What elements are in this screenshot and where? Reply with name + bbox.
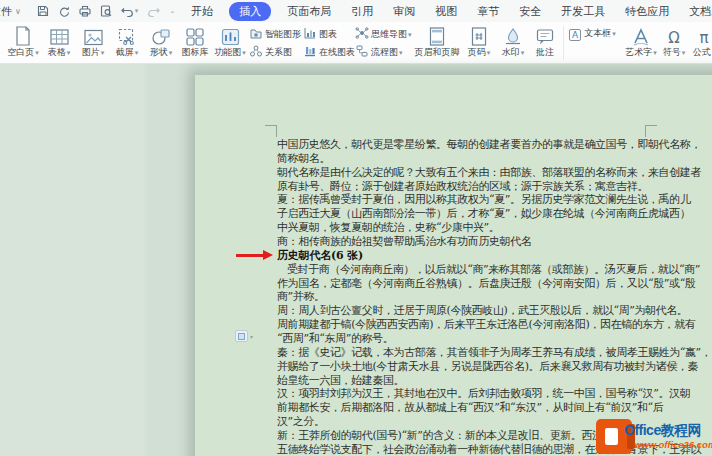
document-text-line: 作为国名，定都亳（今河南商丘谷熟镇）。后盘庚迁殷（今河南安阳）后，又以“殷”或“… — [277, 277, 705, 291]
shapes-button[interactable]: 形状 — [144, 24, 178, 58]
document-page[interactable]: 中国历史悠久，朝代更是零星纷繁。每朝的创建者要首办的事就是确立国号，即朝代名称，… — [195, 75, 712, 456]
chevron-down-icon: ▾ — [135, 7, 139, 15]
document-text-line: 汉：项羽封刘邦为汉王，其封地在汉中。后刘邦击败项羽，统一中国，国号称“汉”。汉朝 — [277, 387, 705, 401]
comment-label: 批注 — [536, 47, 554, 58]
comment-icon — [536, 25, 554, 46]
menu-tab-label: 文档助手 — [689, 5, 712, 17]
table-icon — [50, 25, 69, 46]
document-text-line: 前期都长安，后期都洛阳，故从都城上有“西汉”和“东汉”，从时间上有“前汉”和“后 — [277, 401, 705, 415]
menu-tab-label: 审阅 — [393, 5, 415, 17]
symbol-icon — [668, 25, 679, 46]
icon-library-label: 图标库 — [182, 47, 209, 58]
icon-library-button[interactable]: 图标库 — [178, 24, 212, 58]
icon-library-icon — [186, 25, 204, 46]
online-chart-button[interactable]: 在线图表 — [304, 45, 352, 60]
menu-tab[interactable]: 引用 — [347, 2, 377, 21]
chevron-down-icon: ▾ — [250, 333, 253, 340]
menu-tab[interactable]: 开发工具 — [557, 2, 609, 21]
document-text[interactable]: 中国历史悠久，朝代更是零星纷繁。每朝的创建者要首办的事就是确立国号，即朝代名称，… — [277, 138, 705, 456]
flowchart-icon — [356, 45, 368, 60]
menu-tab-label: 引用 — [351, 5, 373, 17]
blank-page-icon — [15, 25, 31, 46]
document-text-line: 简称朝名。 — [277, 152, 705, 166]
document-text-line: 受封于商（今河南商丘南），以后就以“商”来称其部落（或部族）。汤灭夏后，就以“商… — [277, 263, 705, 277]
export-icon[interactable] — [58, 5, 70, 17]
blank-page-button[interactable]: 空白页 — [4, 24, 42, 58]
menu-tab[interactable]: 审阅 — [389, 2, 419, 21]
formula-button[interactable]: 公式 — [689, 24, 712, 58]
print-preview-icon[interactable] — [100, 5, 112, 17]
red-annotation-arrow — [236, 254, 263, 257]
picture-icon — [84, 25, 103, 46]
chart-icon — [304, 27, 316, 42]
menu-tab-label: 插入 — [239, 5, 261, 17]
menu-tab-label: 视图 — [435, 5, 457, 17]
relation-diagram-button[interactable]: 关系图 — [250, 45, 300, 60]
smart-graphic-button[interactable]: 智能图形 — [250, 27, 300, 42]
menu-tab-label: 开发工具 — [561, 5, 605, 17]
function-chart-button[interactable]: 功能图 — [212, 24, 248, 58]
text-box-button[interactable]: 文本框 — [569, 27, 621, 40]
function-chart-label: 功能图 — [214, 47, 246, 58]
menu-tab[interactable]: 开始 — [187, 2, 217, 21]
chart-button[interactable]: 图表 — [304, 27, 352, 42]
document-text-line: 中国历史悠久，朝代更是零星纷繁。每朝的创建者要首办的事就是确立国号，即朝代名称， — [277, 138, 705, 152]
picture-label: 图片 — [82, 47, 105, 58]
menu-tab[interactable]: 章节 — [473, 2, 503, 21]
screenshot-button[interactable]: 截屏 — [110, 24, 144, 58]
formula-label: 公式 — [693, 47, 712, 58]
text-box-label: 文本框 — [584, 28, 616, 39]
blank-page-label: 空白页 — [7, 47, 39, 58]
smart-graphic-label: 智能图形 — [265, 29, 301, 40]
print-icon[interactable] — [79, 5, 91, 17]
ribbon-stack-1: 智能图形 关系图 — [248, 24, 302, 60]
mind-map-button[interactable]: 思维导图 — [356, 27, 410, 42]
picture-button[interactable]: 图片 — [76, 24, 110, 58]
document-text-line: 夏：据传禹曾受封于夏伯，因用以称其政权为“夏”。另据历史学家范文澜先生说，禹的儿 — [277, 193, 705, 207]
mind-map-icon — [356, 27, 368, 42]
screenshot-label: 截屏 — [116, 47, 139, 58]
watermark-button[interactable]: 水印 — [496, 24, 530, 58]
symbol-button[interactable]: 符号 — [659, 24, 689, 58]
formula-icon — [699, 25, 708, 46]
page-number-label: 页码 — [468, 47, 491, 58]
undo-button[interactable]: ▾ — [121, 6, 139, 17]
watermark-label: 水印 — [502, 47, 525, 58]
flowchart-label: 流程图 — [371, 47, 403, 58]
document-text-line: 商：相传商族的始祖契曾帮助禹治水有功而历史朝代名 — [277, 235, 705, 249]
menu-tab[interactable]: 文档助手 — [685, 2, 712, 21]
redo-icon[interactable] — [147, 6, 160, 17]
online-chart-label: 在线图表 — [319, 47, 355, 58]
quick-access-toolbar: ▾ ⌄ — [37, 5, 175, 17]
word-art-button[interactable]: 艺术字 — [623, 24, 659, 58]
watermark-title: Office教程网 — [624, 422, 701, 440]
document-text-line: 子启西迁大夏（山西南部汾浍一带）后，才称“夏”，姒少康在纶城（今河南商丘虎城西） — [277, 207, 705, 221]
screenshot-icon — [118, 25, 137, 46]
comment-button[interactable]: 批注 — [530, 24, 560, 58]
file-menu-button[interactable]: 文件 ∨ — [0, 2, 25, 21]
table-label: 表格 — [48, 47, 71, 58]
qat-more-icon[interactable]: ⌄ — [169, 7, 175, 15]
flowchart-button[interactable]: 流程图 — [356, 45, 410, 60]
menu-tab[interactable]: 安全 — [515, 2, 545, 21]
online-chart-icon — [304, 45, 316, 60]
save-icon[interactable] — [37, 5, 49, 17]
relation-diagram-label: 关系图 — [265, 47, 292, 58]
watermark-icon — [504, 25, 522, 46]
text-boundary-mark-top-right — [645, 125, 657, 137]
menu-tab[interactable]: 视图 — [431, 2, 461, 21]
paste-options-button[interactable]: ▾ — [235, 330, 253, 342]
document-text-line: 商”并称。 — [277, 290, 705, 304]
watermark-url: www.office26.com — [634, 439, 712, 450]
page-number-button[interactable]: 页码 — [462, 24, 496, 58]
table-button[interactable]: 表格 — [42, 24, 76, 58]
document-text-line: 始皇统一六国，始建秦国。 — [277, 374, 705, 388]
menu-tab[interactable]: 插入 — [229, 2, 271, 21]
menu-tab[interactable]: 页面布局 — [283, 2, 335, 21]
menu-tab[interactable]: 特色应用 — [621, 2, 673, 21]
header-footer-button[interactable]: 页眉和页脚 — [412, 24, 462, 58]
wps-writer-window: 文件 ∨ ▾ ⌄ 开始插入页面布局引用审阅视图章节安全开发工具特色应用文档助手 … — [0, 0, 712, 456]
ribbon-stack-2: 图表 在线图表 — [302, 24, 354, 60]
menu-tabs: 开始插入页面布局引用审阅视图章节安全开发工具特色应用文档助手 — [187, 2, 712, 21]
menu-tab-label: 安全 — [519, 5, 541, 17]
